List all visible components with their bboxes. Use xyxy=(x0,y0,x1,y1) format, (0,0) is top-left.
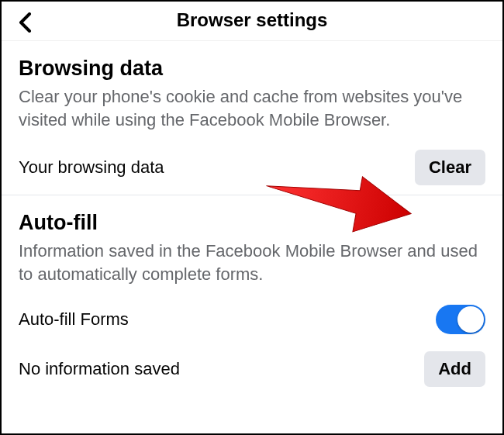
browsing-data-description: Clear your phone's cookie and cache from… xyxy=(19,85,485,131)
autofill-forms-toggle[interactable] xyxy=(436,305,485,334)
autofill-title: Auto-fill xyxy=(19,211,485,235)
autofill-description: Information saved in the Facebook Mobile… xyxy=(19,240,485,285)
no-information-saved-label: No information saved xyxy=(19,359,180,379)
page-title: Browser settings xyxy=(16,9,488,31)
autofill-forms-label: Auto-fill Forms xyxy=(19,309,129,330)
back-icon[interactable] xyxy=(16,9,36,36)
add-button[interactable]: Add xyxy=(424,351,485,387)
browsing-data-title: Browsing data xyxy=(19,57,485,81)
clear-button[interactable]: Clear xyxy=(415,150,485,185)
your-browsing-data-label: Your browsing data xyxy=(19,157,164,178)
